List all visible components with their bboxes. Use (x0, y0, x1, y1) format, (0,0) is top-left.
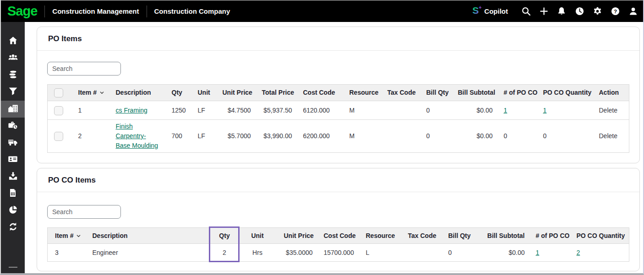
notifications-button[interactable] (556, 6, 567, 17)
search-button[interactable] (520, 6, 531, 17)
help-icon: ? (611, 6, 620, 16)
cell-select (48, 101, 71, 120)
sync-icon (8, 222, 18, 233)
history-icon (575, 6, 584, 16)
sidebar-item-id-card[interactable] (1, 151, 25, 168)
col-unit-header[interactable]: Unit (239, 228, 277, 244)
sidebar-item-coins[interactable] (1, 67, 25, 84)
description-link[interactable]: cs Framing (116, 107, 147, 114)
cell-select (48, 120, 71, 153)
history-button[interactable] (574, 6, 585, 17)
cell-unit: Hrs (239, 244, 277, 262)
settings-button[interactable] (592, 6, 603, 17)
sidebar-item-spreadsheet[interactable] (1, 185, 25, 202)
cell-po-co-count: 1 (529, 244, 569, 262)
col-bill-qty-header[interactable]: Bill Qty (419, 85, 451, 101)
briefcase-clock-icon (8, 120, 18, 132)
table-row: 1cs Framing1250LF$4.7500$5,937.506120.00… (48, 101, 629, 120)
sidebar-item-truck[interactable] (1, 135, 25, 151)
po-co-count-link[interactable]: 1 (536, 249, 540, 256)
cell-po-co-count: 0 (497, 120, 538, 153)
col-resource-header[interactable]: Resource (359, 228, 401, 244)
buildings-icon (8, 103, 18, 115)
cell-item-number: 3 (48, 244, 85, 262)
cell-bill-subtotal: $0.00 (451, 101, 497, 120)
col-total-price-header[interactable]: Total Price (255, 85, 296, 101)
sidebar-item-download[interactable] (1, 168, 25, 185)
sidebar-item-buildings[interactable] (1, 101, 25, 118)
sidebar-item-sync[interactable] (1, 219, 25, 236)
col-action-header[interactable]: Action (592, 85, 629, 101)
table-row: 2Finish Carpentry-Base Moulding700LF$5.7… (48, 120, 629, 153)
main-content: PO Items Item #DescriptionQtyUnitUnit Pr… (25, 22, 643, 273)
col-cost-code-header[interactable]: Cost Code (317, 228, 359, 244)
sage-logo[interactable]: Sage (7, 5, 37, 18)
col-bill-subtotal-header[interactable]: Bill Subtotal (451, 85, 497, 101)
pie-chart-icon (8, 205, 18, 216)
col-po-co-count-header[interactable]: # of PO CO (529, 228, 569, 244)
sidebar-item-pie-chart[interactable] (1, 202, 25, 219)
table-row: 3Engineer2Hrs$35.000015700.000L0$0.0012 (48, 244, 629, 262)
sidebar-item-filter[interactable] (1, 84, 25, 101)
app-window: Sage Construction Management Constructio… (0, 0, 644, 275)
cell-action: Delete (592, 120, 629, 153)
po-co-count-link[interactable]: 1 (504, 107, 508, 114)
cell-description: cs Framing (109, 101, 164, 120)
cell-bill-qty: 0 (441, 244, 478, 262)
col-bill-qty-header[interactable]: Bill Qty (441, 228, 478, 244)
col-po-co-quantity-header[interactable]: PO CO Quantity (538, 85, 592, 101)
sidebar-item-briefcase-clock[interactable] (1, 118, 25, 135)
po-co-quantity-link[interactable]: 1 (543, 107, 547, 114)
po-co-quantity-link[interactable]: 2 (577, 249, 580, 256)
col-resource-header[interactable]: Resource (342, 85, 380, 101)
company-name[interactable]: Construction Company (154, 7, 230, 15)
cell-resource: M (342, 101, 380, 120)
copilot-button[interactable]: S + Copilot (472, 5, 508, 17)
select-all-checkbox[interactable] (54, 88, 63, 97)
search-icon (521, 6, 531, 16)
row-checkbox[interactable] (54, 106, 63, 115)
account-icon (628, 6, 638, 16)
sidebar-item-home[interactable] (1, 33, 25, 50)
col-item-number-header[interactable]: Item # (48, 228, 85, 244)
cell-bill-subtotal: $0.00 (451, 120, 497, 153)
col-tax-code-header[interactable]: Tax Code (380, 85, 419, 101)
cell-qty: 700 (164, 120, 191, 153)
col-cost-code-header[interactable]: Cost Code (296, 85, 342, 101)
cell-total-price: $3,990.00 (255, 120, 296, 153)
copilot-label: Copilot (484, 7, 508, 15)
col-item-number-header[interactable]: Item # (71, 85, 109, 101)
cell-bill-subtotal: $0.00 (478, 244, 529, 262)
col-qty-header[interactable]: Qty (164, 85, 191, 101)
col-unit-price-header[interactable]: Unit Price (215, 85, 255, 101)
col-unit-price-header[interactable]: Unit Price (277, 228, 317, 244)
coins-icon (8, 70, 18, 81)
col-po-co-quantity-header[interactable]: PO CO Quantity (569, 228, 629, 244)
help-button[interactable]: ? (610, 6, 621, 17)
po-items-search-input[interactable] (47, 62, 121, 75)
col-qty-header[interactable]: Qty (211, 228, 239, 244)
col-description-header[interactable]: Description (109, 85, 164, 101)
delete-action[interactable]: Delete (599, 107, 617, 114)
col-unit-header[interactable]: Unit (191, 85, 215, 101)
col-description-header[interactable]: Description (85, 228, 211, 244)
col-bill-subtotal-header[interactable]: Bill Subtotal (478, 228, 529, 244)
account-button[interactable] (628, 6, 639, 17)
settings-icon (593, 6, 602, 16)
cell-item-number: 1 (71, 101, 109, 120)
cell-action: Delete (592, 101, 629, 120)
cell-tax-code (380, 120, 419, 153)
delete-action[interactable]: Delete (599, 132, 617, 140)
row-checkbox[interactable] (54, 132, 63, 141)
cell-qty: 2 (211, 244, 239, 262)
add-button[interactable] (538, 6, 549, 17)
po-co-items-card: PO CO Items Item #DescriptionQtyUnitUnit… (37, 168, 640, 271)
col-po-co-count-header[interactable]: # of PO CO (497, 85, 538, 101)
col-tax-code-header[interactable]: Tax Code (401, 228, 441, 244)
sidebar-scroll-indicator (9, 267, 17, 268)
po-co-items-search-input[interactable] (47, 205, 121, 219)
sidebar-item-people[interactable] (1, 50, 25, 67)
description-link[interactable]: Finish Carpentry-Base Moulding (116, 123, 158, 149)
cell-unit-price: $35.0000 (277, 244, 317, 262)
svg-text:?: ? (613, 9, 617, 14)
